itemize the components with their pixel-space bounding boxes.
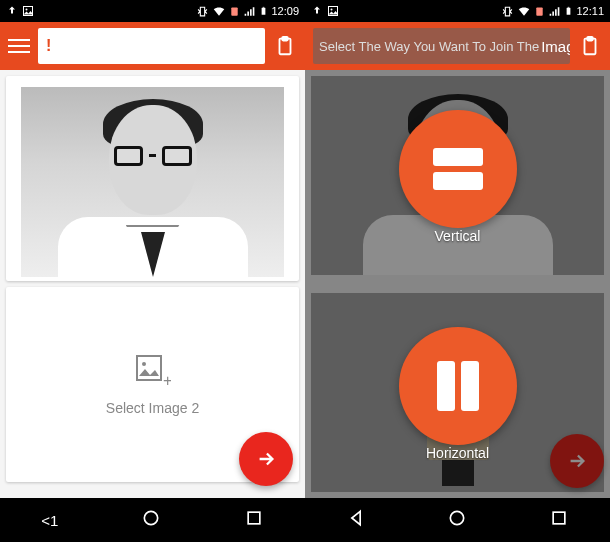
wifi-icon	[212, 4, 226, 18]
signal-icon	[548, 5, 561, 18]
join-option-horizontal[interactable]: Horizontal	[305, 287, 610, 498]
nav-bar: <1	[0, 498, 305, 542]
svg-point-10	[144, 511, 157, 524]
search-input[interactable]: !	[38, 28, 265, 64]
vibrate-icon	[196, 5, 209, 18]
selected-image-1	[21, 87, 285, 277]
upload-icon	[6, 5, 18, 17]
svg-rect-14	[537, 7, 543, 15]
horizontal-label: Horizontal	[426, 445, 489, 461]
image-status-icon	[22, 5, 34, 17]
svg-point-13	[331, 9, 333, 11]
nav-back-button[interactable]	[346, 508, 366, 532]
svg-point-8	[142, 362, 146, 366]
svg-point-19	[451, 511, 464, 524]
svg-rect-16	[568, 7, 570, 8]
phone-screen-right: 12:11 Select The Way You Want To Join Th…	[305, 0, 610, 542]
app-header: !	[0, 22, 305, 70]
nav-recent-button[interactable]	[244, 508, 264, 532]
vibrate-icon	[501, 5, 514, 18]
svg-rect-4	[263, 7, 265, 8]
image-slot-2-label: Select Image 2	[106, 400, 199, 416]
nav-back-button[interactable]: <1	[41, 512, 58, 529]
next-fab-button[interactable]	[239, 432, 293, 486]
svg-rect-6	[282, 37, 288, 41]
add-image-icon: +	[135, 354, 171, 390]
join-option-vertical[interactable]: Vertical	[305, 70, 610, 281]
status-time: 12:11	[576, 5, 604, 17]
wifi-icon	[517, 4, 531, 18]
app-header: Select The Way You Want To Join The Imag…	[305, 22, 610, 70]
svg-rect-15	[567, 8, 571, 15]
battery-icon	[564, 4, 573, 18]
status-time: 12:09	[271, 5, 299, 17]
dialog-title: Select The Way You Want To Join The Imag…	[313, 28, 570, 64]
svg-rect-2	[232, 7, 238, 15]
next-fab-button[interactable]	[550, 434, 604, 488]
sim-icon	[534, 5, 545, 18]
status-bar: 12:11	[305, 0, 610, 22]
status-bar: 12:09	[0, 0, 305, 22]
nav-recent-button[interactable]	[549, 508, 569, 532]
upload-icon	[311, 5, 323, 17]
sim-icon	[229, 5, 240, 18]
svg-rect-7	[137, 356, 161, 380]
content-area: Vertical Horizontal	[305, 70, 610, 498]
svg-text:+: +	[163, 372, 171, 389]
signal-icon	[243, 5, 256, 18]
nav-bar	[305, 498, 610, 542]
svg-rect-20	[553, 512, 565, 524]
nav-home-button[interactable]	[141, 508, 161, 532]
vertical-join-icon	[399, 109, 517, 227]
battery-icon	[259, 4, 268, 18]
clipboard-icon[interactable]	[273, 34, 297, 58]
image-status-icon	[327, 5, 339, 17]
clipboard-icon[interactable]	[578, 34, 602, 58]
search-value: !	[46, 37, 51, 55]
menu-icon[interactable]	[8, 35, 30, 57]
vertical-label: Vertical	[435, 228, 481, 244]
svg-rect-3	[262, 8, 266, 15]
svg-point-1	[26, 9, 28, 11]
nav-home-button[interactable]	[447, 508, 467, 532]
svg-rect-11	[248, 512, 260, 524]
phone-screen-left: 12:09 ! + Select Image 2	[0, 0, 305, 542]
svg-rect-18	[587, 37, 593, 41]
image-slot-1[interactable]	[6, 76, 299, 281]
content-area: + Select Image 2	[0, 70, 305, 498]
horizontal-join-icon	[399, 326, 517, 444]
